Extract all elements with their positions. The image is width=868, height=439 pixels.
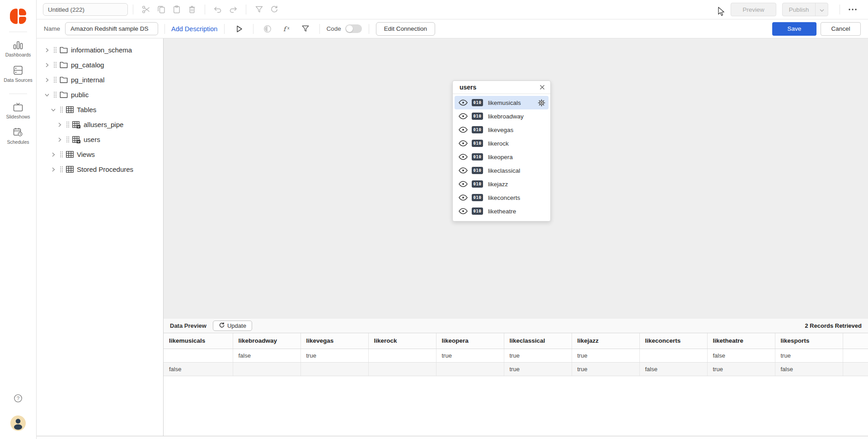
more-menu-button[interactable]: [845, 3, 860, 16]
chevron-right-icon[interactable]: [56, 122, 63, 127]
close-icon[interactable]: [540, 85, 545, 90]
drag-handle-icon[interactable]: [66, 121, 70, 128]
toolbar-divider: [224, 24, 225, 34]
sidebar-item-slideshows[interactable]: Slideshows: [0, 99, 36, 123]
visibility-eye-icon[interactable]: [459, 154, 468, 160]
drag-handle-icon[interactable]: [60, 106, 63, 113]
popup-column-likeconcerts[interactable]: 010likeconcerts: [455, 191, 549, 204]
tree-item-views[interactable]: Views: [37, 147, 163, 162]
help-icon[interactable]: ?: [14, 394, 23, 405]
sidebar-item-label: Data Sources: [4, 77, 33, 83]
visibility-eye-icon[interactable]: [459, 181, 468, 187]
run-button[interactable]: [231, 22, 247, 36]
cut-button[interactable]: [138, 3, 154, 16]
column-header-likeconcerts: likeconcerts: [639, 333, 707, 349]
chevron-right-icon[interactable]: [50, 167, 56, 172]
sidebar-item-label: Schedules: [7, 139, 29, 145]
drag-handle-icon[interactable]: [66, 136, 70, 143]
chevron-right-icon[interactable]: [50, 152, 56, 157]
bar-chart-icon: [13, 41, 23, 50]
chevron-down-icon[interactable]: [50, 107, 56, 113]
undo-button[interactable]: [210, 3, 225, 16]
update-button[interactable]: Update: [213, 321, 252, 331]
popup-column-liketheatre[interactable]: 010liketheatre: [455, 204, 549, 218]
tree-item-allusers_pipe[interactable]: allusers_pipe: [37, 117, 163, 132]
table-cell: [639, 349, 707, 362]
publish-button[interactable]: Publish: [783, 3, 815, 16]
drag-handle-icon[interactable]: [60, 166, 63, 173]
toolbar-divider: [205, 5, 205, 14]
gear-icon[interactable]: [538, 99, 545, 107]
visibility-eye-icon[interactable]: [459, 167, 468, 174]
popup-column-likeclassical[interactable]: 010likeclassical: [455, 164, 549, 177]
copy-button[interactable]: [154, 3, 169, 16]
caret-down-icon: [820, 5, 824, 14]
tree-item-users[interactable]: users: [37, 132, 163, 147]
save-button[interactable]: Save: [772, 22, 816, 36]
tree-item-public[interactable]: public: [37, 87, 163, 102]
tree-item-tables[interactable]: Tables: [37, 102, 163, 117]
visibility-eye-icon[interactable]: [459, 127, 468, 133]
column-header-likevegas: likevegas: [300, 333, 368, 349]
sidebar-item-schedules[interactable]: Schedules: [0, 123, 36, 149]
visibility-eye-icon[interactable]: [459, 194, 468, 201]
drag-handle-icon[interactable]: [53, 61, 57, 68]
table-cell-filler: [843, 349, 868, 362]
popup-column-likerock[interactable]: 010likerock: [455, 137, 549, 150]
filter-button[interactable]: [251, 3, 267, 16]
document-title-input[interactable]: [43, 3, 128, 16]
popup-column-label: likeconcerts: [488, 194, 520, 201]
chevron-down-icon[interactable]: [44, 92, 50, 98]
drag-handle-icon[interactable]: [53, 76, 57, 83]
redo-button[interactable]: [225, 3, 241, 16]
popup-column-likemusicals[interactable]: 010likemusicals: [455, 96, 549, 109]
popup-column-likebroadway[interactable]: 010likebroadway: [455, 109, 549, 123]
tree-item-information_schema[interactable]: information_schema: [37, 42, 163, 57]
refresh-button[interactable]: [267, 3, 282, 16]
visibility-eye-icon[interactable]: [459, 140, 468, 146]
code-toggle-switch[interactable]: [345, 24, 362, 33]
delete-button[interactable]: [184, 3, 200, 16]
filter-data-button[interactable]: [298, 22, 313, 36]
left-nav-rail: Dashboards Data Sources Slideshows Sched…: [0, 0, 37, 439]
drag-handle-icon[interactable]: [53, 47, 57, 53]
data-preview-bar: Data Preview Update 2 Records Retrieved: [164, 319, 868, 333]
table-data-icon: [72, 136, 80, 143]
popup-column-likejazz[interactable]: 010likejazz: [455, 177, 549, 191]
toolbar-divider: [246, 5, 246, 14]
add-description-link[interactable]: Add Description: [171, 25, 217, 33]
sigma-logo[interactable]: [9, 8, 27, 25]
datasource-name-input[interactable]: [65, 22, 158, 35]
popup-column-likevegas[interactable]: 010likevegas: [455, 123, 549, 137]
tree-item-stored-procedures[interactable]: Stored Procedures: [37, 162, 163, 177]
chevron-right-icon[interactable]: [44, 62, 50, 68]
rail-divider: [9, 94, 27, 94]
folder-icon: [60, 91, 68, 98]
visibility-eye-icon[interactable]: [459, 113, 468, 119]
chevron-right-icon[interactable]: [44, 47, 50, 53]
preview-button[interactable]: Preview: [731, 3, 776, 16]
drag-handle-icon[interactable]: [53, 91, 57, 98]
table-row: falsetruetruefalsetruefalse: [164, 362, 868, 376]
contrast-icon[interactable]: [260, 22, 275, 36]
visibility-eye-icon[interactable]: [459, 208, 468, 214]
visibility-eye-icon[interactable]: [459, 99, 468, 106]
chevron-right-icon[interactable]: [44, 77, 50, 83]
formula-button[interactable]: fx: [280, 22, 295, 36]
sidebar-item-dashboards[interactable]: Dashboards: [0, 37, 36, 61]
cancel-button[interactable]: Cancel: [821, 22, 861, 36]
tree-item-pg_catalog[interactable]: pg_catalog: [37, 57, 163, 72]
popup-column-likeopera[interactable]: 010likeopera: [455, 150, 549, 164]
folder-icon: [60, 61, 68, 68]
tree-item-pg_internal[interactable]: pg_internal: [37, 72, 163, 87]
sidebar-item-data-sources[interactable]: Data Sources: [0, 61, 36, 87]
edit-connection-button[interactable]: Edit Connection: [376, 22, 435, 36]
user-avatar[interactable]: [10, 415, 26, 431]
drag-handle-icon[interactable]: [60, 151, 63, 158]
database-icon: [13, 66, 23, 75]
table-cell: true: [504, 362, 572, 376]
table-icon: [66, 151, 74, 158]
paste-button[interactable]: [169, 3, 184, 16]
publish-caret-button[interactable]: [815, 3, 828, 16]
chevron-right-icon[interactable]: [56, 137, 63, 142]
